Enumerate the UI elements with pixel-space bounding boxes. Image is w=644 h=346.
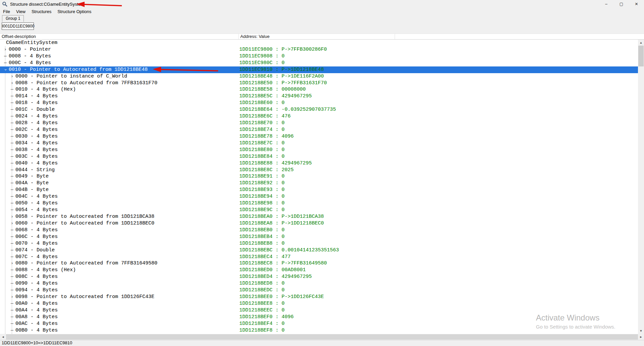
- tree-row[interactable]: ─0010 - 4 Bytes (Hex)1DD1218BE58 : 00008…: [0, 86, 638, 93]
- row-address-value: 1DD1218BE58 : 00008000: [239, 86, 306, 93]
- maximize-button[interactable]: ▢: [614, 0, 629, 8]
- tree-row[interactable]: ─0008 - 4 Bytes1DD11EC9808 : 0: [0, 53, 638, 60]
- tree-line-dash: ─: [9, 133, 15, 140]
- scroll-right-icon[interactable]: ►: [638, 334, 644, 340]
- tree-row[interactable]: ─001C - Double1DD1218BE64 : -0.039252907…: [0, 106, 638, 113]
- tree-row[interactable]: ›0000 - Pointer1DD11EC9800 : P->7FFB3002…: [0, 46, 638, 53]
- tree-row[interactable]: ›0000 - Pointer to instance of C_World1D…: [0, 73, 638, 80]
- v-scrollbar-thumb[interactable]: [638, 46, 644, 66]
- expand-icon[interactable]: ›: [9, 220, 15, 227]
- tree-row[interactable]: ─0054 - 4 Bytes1DD1218BE9C : 0: [0, 207, 638, 213]
- row-address-value: 1DD1218BE92 : 0: [239, 180, 285, 187]
- tree-row[interactable]: ─0074 - Double1DD1218BEBC : 0.0010414123…: [0, 247, 638, 254]
- tree-row[interactable]: ─0018 - 4 Bytes1DD1218BE60 : 0: [0, 100, 638, 106]
- tree-line-dash: ─: [3, 60, 8, 66]
- tree-row[interactable]: ─0044 - String1DD1218BE8C : 2025: [0, 167, 638, 174]
- address-value-header[interactable]: Address: Value: [239, 34, 395, 39]
- tree-line-dash: ─: [9, 173, 15, 180]
- row-address-value: 1DD1218BE70 : 0: [239, 120, 285, 127]
- tree-row[interactable]: ─0028 - 4 Bytes1DD1218BE70 : 0: [0, 120, 638, 127]
- tree-row[interactable]: ›0058 - Pointer to Autocreated from 1DD1…: [0, 213, 638, 220]
- tree-row[interactable]: ─003C - 4 Bytes1DD1218BE84 : 0: [0, 153, 638, 160]
- tree-line-dash: ─: [9, 200, 15, 207]
- tree-line-dash: ─: [9, 127, 15, 133]
- tab-group-1[interactable]: Group 1: [2, 15, 24, 22]
- collapse-icon[interactable]: ›: [2, 67, 9, 72]
- tree-row[interactable]: ─00A0 - 4 Bytes1DD1218BEE8 : 0: [0, 300, 638, 307]
- close-button[interactable]: ✕: [629, 0, 644, 8]
- expand-icon[interactable]: ›: [9, 73, 15, 80]
- tree-row[interactable]: ─0040 - 4 Bytes1DD1218BE88 : 4294967295: [0, 160, 638, 167]
- row-offset-description: 0098 - Pointer to Autocreated from 1DD12…: [15, 294, 154, 300]
- row-address-value: 1DD1218BEC8 : P->7FFB31649580: [239, 260, 327, 267]
- row-address-value: 1DD1218BE78 : 4096: [239, 133, 294, 140]
- tree-row[interactable]: ─0090 - 4 Bytes1DD1218BED8 : 0: [0, 280, 638, 287]
- tree-row[interactable]: ─004B - Byte1DD1218BE93 : 0: [0, 187, 638, 193]
- row-address-value: 1DD1218BEB8 : 0: [239, 240, 285, 247]
- row-offset-description: 003C - 4 Bytes: [15, 153, 58, 160]
- tree-row[interactable]: ─0094 - 4 Bytes1DD1218BEDC : 0: [0, 287, 638, 294]
- expand-icon[interactable]: ›: [3, 46, 8, 53]
- tree-row[interactable]: ›0080 - Pointer to Autocreated from 7FFB…: [0, 260, 638, 267]
- tree-row[interactable]: ─006C - 4 Bytes1DD1218BEB4 : 0: [0, 234, 638, 240]
- tree-row[interactable]: ─0014 - 4 Bytes1DD1218BE5C : 4294967295: [0, 93, 638, 100]
- tree-row[interactable]: ─002C - 4 Bytes1DD1218BE74 : 0: [0, 127, 638, 133]
- tree-row[interactable]: ─00A4 - 4 Bytes1DD1218BEEC : 0: [0, 307, 638, 314]
- tree-row[interactable]: ─0030 - 4 Bytes1DD1218BE78 : 4096: [0, 133, 638, 140]
- scroll-up-icon[interactable]: ▲: [638, 40, 644, 46]
- tree-root-row[interactable]: CGameEntitySystem: [0, 40, 638, 46]
- tree-row[interactable]: ─000C - 4 Bytes1DD11EC980C : 0: [0, 60, 638, 66]
- tree-row[interactable]: ─0038 - 4 Bytes1DD1218BE80 : 0: [0, 147, 638, 153]
- menu-structures[interactable]: Structures: [29, 8, 54, 15]
- row-offset-description: 0034 - 4 Bytes: [15, 140, 58, 147]
- expand-icon[interactable]: ›: [9, 260, 15, 267]
- tree-row[interactable]: ─00B0 - 4 Bytes1DD1218BEF8 : 0: [0, 327, 638, 334]
- menu-view[interactable]: View: [13, 8, 29, 15]
- row-address-value: 1DD1218BE64 : -0.039252907037735: [239, 106, 336, 113]
- tree-row[interactable]: ─0088 - 4 Bytes (Hex)1DD1218BED0 : 00AD8…: [0, 267, 638, 274]
- tree-line-dash: ─: [9, 153, 15, 160]
- tree-row[interactable]: ─00AC - 4 Bytes1DD1218BEF4 : 0: [0, 320, 638, 327]
- menu-structure-options[interactable]: Structure Options: [54, 8, 94, 15]
- tree-row[interactable]: ─007C - 4 Bytes1DD1218BEC4 : 477: [0, 254, 638, 260]
- menu-bar: File View Structures Structure Options: [0, 8, 644, 15]
- row-address-value: 1DD1218BE84 : 0: [239, 153, 285, 160]
- h-scrollbar-thumb[interactable]: [6, 334, 638, 340]
- scroll-down-icon[interactable]: ▼: [638, 328, 644, 334]
- horizontal-scrollbar[interactable]: ◄ ►: [0, 334, 644, 340]
- vertical-scrollbar[interactable]: ▲ ▼: [638, 40, 644, 334]
- tree-row[interactable]: ─0070 - 4 Bytes1DD1218BEB8 : 0: [0, 240, 638, 247]
- expand-icon[interactable]: ›: [9, 294, 15, 300]
- expand-icon[interactable]: ›: [9, 213, 15, 220]
- tree-row[interactable]: ─008C - 4 Bytes1DD1218BED4 : 4294967295: [0, 274, 638, 280]
- row-address-value: 1DD1218BE8C : 2025: [239, 167, 294, 174]
- row-offset-description: 00AC - 4 Bytes: [15, 320, 58, 327]
- tree-line-dash: ─: [9, 187, 15, 193]
- tree-row[interactable]: ›0060 - Pointer to Autocreated from 1DD1…: [0, 220, 638, 227]
- tree-row[interactable]: ─0068 - 4 Bytes1DD1218BEB0 : 0: [0, 227, 638, 234]
- group-address-button[interactable]: I001DD11EC9800: [2, 22, 34, 30]
- row-address-value: 1DD1218BEEC : 0: [239, 307, 285, 314]
- tree-row[interactable]: ›0010 - Pointer to Autocreated from 1DD1…: [0, 66, 638, 73]
- row-address-value: 1DD1218BEC4 : 477: [239, 254, 291, 260]
- tree-row[interactable]: ─004A - Byte1DD1218BE92 : 0: [0, 180, 638, 187]
- tree-line-dash: ─: [9, 240, 15, 247]
- minimize-button[interactable]: –: [599, 0, 614, 8]
- tree-line-dash: ─: [9, 287, 15, 294]
- tree-row[interactable]: ─00A8 - 4 Bytes1DD1218BEF0 : 4096: [0, 314, 638, 320]
- tree-row[interactable]: ─0049 - Byte1DD1218BE91 : 0: [0, 173, 638, 180]
- column-header: Offset-description Address: Value: [0, 34, 644, 40]
- expand-icon[interactable]: ›: [9, 80, 15, 87]
- tree-row[interactable]: ─0024 - 4 Bytes1DD1218BE6C : 476: [0, 113, 638, 120]
- tree-row[interactable]: ›0098 - Pointer to Autocreated from 1DD1…: [0, 294, 638, 300]
- offset-description-header[interactable]: Offset-description: [0, 34, 239, 39]
- tree-row[interactable]: ─0034 - 4 Bytes1DD1218BE7C : 0: [0, 140, 638, 147]
- row-offset-description: 007C - 4 Bytes: [15, 254, 58, 260]
- menu-file[interactable]: File: [0, 8, 13, 15]
- tree-row[interactable]: ›0008 - Pointer to Autocreated from 7FFB…: [0, 80, 638, 87]
- tree-row[interactable]: ─0050 - 4 Bytes1DD1218BE98 : 0: [0, 200, 638, 207]
- window-controls: – ▢ ✕: [599, 0, 644, 8]
- tree-row[interactable]: ─004C - 4 Bytes1DD1218BE94 : 0: [0, 193, 638, 200]
- scroll-left-icon[interactable]: ◄: [0, 334, 6, 340]
- row-offset-description: 0040 - 4 Bytes: [15, 160, 58, 167]
